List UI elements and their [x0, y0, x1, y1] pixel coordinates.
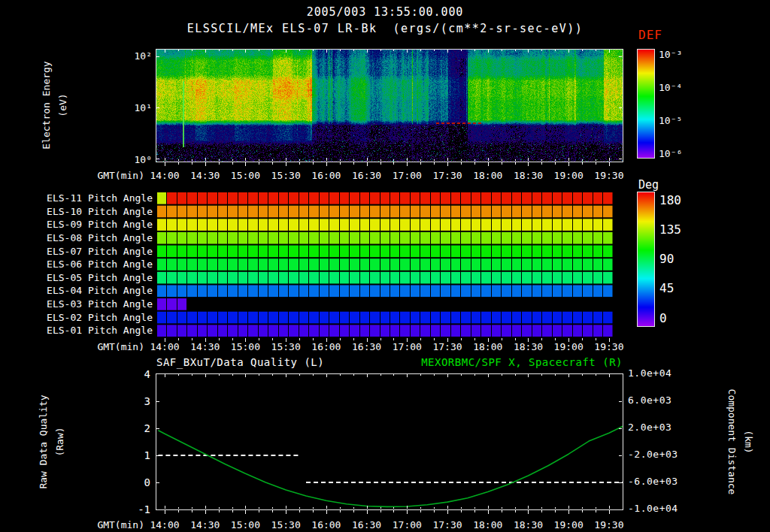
axis-tick [313, 162, 314, 165]
axis-tick [434, 159, 435, 161]
pitch-row-label: ELS-07 Pitch Angle [36, 246, 153, 258]
axis-tick [192, 162, 192, 165]
axis-tick [502, 159, 502, 161]
axis-tick [165, 162, 165, 166]
axis-tick [340, 374, 341, 376]
axis-tick [407, 158, 408, 161]
axis-tick [528, 158, 529, 161]
quality-y-label: Raw Data Quality [38, 394, 50, 488]
pitch-angle-canvas [156, 192, 623, 337]
axis-tick [568, 50, 569, 53]
axis-tick [259, 510, 259, 512]
axis-tick [434, 374, 435, 376]
time-tick-label: 19:00 [554, 171, 584, 182]
time-tick-label: 15:30 [271, 520, 301, 531]
time-tick-label: 19:30 [594, 342, 623, 353]
page-title: 2005/003 13:55:00.000 [0, 6, 770, 19]
axis-tick [286, 50, 286, 53]
axis-tick [434, 162, 435, 165]
axis-tick [313, 50, 314, 51]
axis-tick [272, 338, 273, 340]
axis-tick [178, 374, 179, 376]
axis-tick [245, 50, 246, 53]
time-tick-label: 16:00 [311, 342, 341, 353]
axis-tick [313, 507, 314, 509]
axis-tick [340, 50, 341, 51]
axis-tick [326, 338, 327, 342]
axis-tick [178, 510, 179, 512]
axis-tick [156, 56, 159, 57]
axis-tick [272, 159, 273, 161]
axis-tick [609, 510, 610, 514]
axis-tick [299, 510, 300, 512]
time-tick-label: 15:00 [231, 520, 260, 531]
axis-tick [555, 50, 556, 51]
axis-tick [619, 455, 622, 456]
deg-tick-label: 45 [659, 282, 674, 295]
def-colorbar-title: DEF [638, 29, 662, 42]
distance-tick-label: -2.0e+03 [628, 449, 678, 461]
time-tick-label: 14:00 [150, 342, 179, 353]
axis-tick [528, 50, 529, 53]
axis-tick [596, 374, 596, 376]
axis-tick [380, 510, 381, 512]
axis-tick [259, 374, 259, 376]
axis-tick [447, 338, 448, 342]
axis-tick [555, 338, 556, 340]
axis-tick [488, 50, 489, 53]
axis-tick [272, 374, 273, 376]
axis-tick [205, 158, 206, 161]
axis-tick [502, 507, 502, 509]
axis-tick [156, 455, 159, 456]
axis-tick [259, 159, 259, 161]
axis-tick [245, 162, 246, 166]
axis-tick [286, 162, 286, 166]
time-tick-label: 17:00 [393, 171, 422, 182]
axis-tick [205, 506, 206, 509]
axis-tick [434, 510, 435, 512]
axis-tick [245, 506, 246, 509]
axis-tick [313, 338, 314, 340]
axis-tick [515, 159, 516, 161]
time-tick-label: 18:00 [473, 342, 502, 353]
axis-tick [205, 374, 206, 377]
time-tick-label: 18:00 [473, 520, 502, 531]
time-tick-label: 15:00 [231, 342, 260, 353]
axis-tick [582, 510, 583, 512]
spectrogram-y-label: Electron Energy [41, 61, 53, 149]
axis-tick [232, 162, 233, 165]
axis-tick [232, 374, 233, 376]
axis-tick [205, 510, 206, 514]
axis-tick [232, 159, 233, 161]
axis-tick [407, 374, 408, 377]
axis-tick [156, 428, 159, 429]
axis-tick [353, 159, 354, 161]
axis-tick [192, 507, 192, 509]
quality-tick-label: -1 [125, 503, 150, 515]
time-tick-label: 15:30 [271, 171, 301, 182]
energy-tick-label: 10¹ [113, 103, 152, 114]
quality-tick-label: 4 [125, 368, 150, 380]
axis-tick [596, 159, 596, 161]
axis-tick [393, 374, 394, 376]
axis-tick [259, 50, 259, 51]
axis-tick [541, 507, 542, 509]
time-tick-label: 18:30 [514, 342, 543, 353]
axis-tick [515, 374, 516, 376]
quality-tick-label: 1 [125, 449, 150, 461]
pitch-row-label: ELS-03 Pitch Angle [36, 299, 153, 310]
deg-tick-label: 90 [659, 252, 674, 266]
pitch-row-label: ELS-04 Pitch Angle [36, 286, 153, 297]
axis-tick [272, 510, 273, 512]
quality-y-label-units: (Raw) [55, 427, 66, 456]
axis-tick [165, 158, 165, 161]
axis-tick [299, 374, 300, 376]
axis-tick [447, 506, 448, 509]
axis-tick [474, 162, 475, 165]
distance-tick-label: 6.0e+03 [628, 395, 671, 407]
axis-tick [609, 50, 610, 53]
time-tick-label: 17:30 [432, 171, 462, 182]
time-tick-label: 15:30 [271, 342, 301, 353]
spacecraft-right-title: MEXORBMC/SPF X, Spacecraft (R) [301, 356, 623, 368]
axis-tick [488, 506, 489, 509]
